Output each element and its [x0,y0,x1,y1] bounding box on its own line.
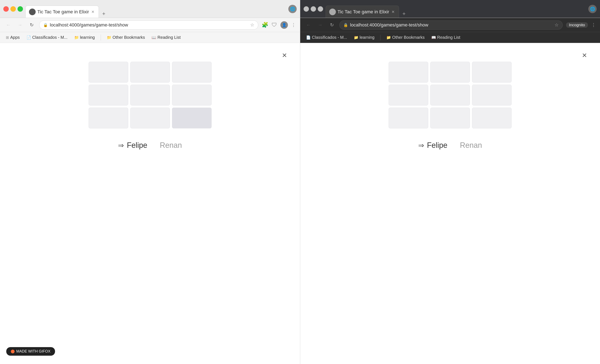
other-bookmarks-icon-left: 📁 [107,35,111,40]
maximize-traffic-light-right[interactable] [318,6,323,12]
bookmark-other-label-right: Other Bookmarks [392,35,425,40]
ttt-cell-1-right[interactable] [430,62,470,83]
bookmark-reading-right[interactable]: 📖 Reading List [430,34,462,41]
tab-close-right[interactable]: ✕ [391,9,395,14]
lock-icon-right: 🔒 [343,23,348,27]
ttt-cell-8-left[interactable] [172,108,212,128]
tab-favicon-left [29,9,36,15]
bookmark-other-left[interactable]: 📁 Other Bookmarks [105,34,147,41]
bookmark-reading-label-right: Reading List [437,35,460,40]
bookmark-star-right[interactable]: ☆ [554,22,559,28]
bookmark-learning[interactable]: 📁 learning [73,34,96,41]
lock-icon-left: 🔒 [43,23,48,27]
ttt-cell-8-right[interactable] [472,108,512,128]
traffic-lights-right [304,6,323,12]
maximize-traffic-light[interactable] [18,6,23,12]
avatar-left[interactable]: 👤 [281,21,288,29]
incognito-badge: Incognito [566,22,588,28]
learning-icon-right: 📁 [354,35,358,40]
address-field-left[interactable]: 🔒 localhost:4000/games/game-test/show ☆ [39,20,258,30]
title-bar-right: Tic Tac Toe game in Elixir ✕ + 🌐 [300,0,600,18]
close-traffic-light[interactable] [3,6,9,12]
page-close-button-left[interactable]: ✕ [279,50,290,60]
current-player-left: ⇒ Felipe [118,141,147,150]
ttt-cell-2-right[interactable] [472,62,512,83]
page-close-button-right[interactable]: ✕ [579,50,590,60]
refresh-button-left[interactable]: ↻ [28,21,36,29]
classificados-icon-right: 📄 [306,35,311,40]
bookmark-learning-right[interactable]: 📁 learning [352,34,376,41]
ttt-cell-7-left[interactable] [130,108,170,128]
refresh-button-right[interactable]: ↻ [328,21,336,29]
ttt-cell-5-right[interactable] [472,85,512,105]
address-bar-right: ← → ↻ 🔒 localhost:4000/games/game-test/s… [300,18,600,32]
ttt-cell-6-left[interactable] [89,108,128,128]
forward-button-left[interactable]: → [16,21,24,29]
globe-right-icon-right: 🌐 [588,5,597,13]
bookmark-other-right[interactable]: 📁 Other Bookmarks [385,34,426,41]
ttt-grid-left [89,62,212,128]
traffic-lights-left [3,6,23,12]
game-area-left: ⇒ Felipe Renan [0,43,300,364]
ttt-cell-0-right[interactable] [389,62,428,83]
bookmark-reading-label-left: Reading List [157,35,180,40]
bookmark-apps[interactable]: ⊞ Apps [4,34,21,41]
gifox-badge: MADE WITH GIFOX [6,347,55,356]
bookmark-classificados[interactable]: 📄 Classificados - M... [25,34,69,41]
menu-icon-left[interactable]: ⋮ [291,22,296,28]
tab-bar-left: Tic Tac Toe game in Elixir ✕ + [25,0,286,18]
bookmark-classificados-right[interactable]: 📄 Classificados - M... [304,34,349,41]
back-button-left[interactable]: ← [4,21,12,29]
gifox-label: MADE WITH GIFOX [16,349,50,354]
bookmark-apps-label: Apps [10,35,20,40]
ttt-cell-3-left[interactable] [89,85,128,105]
ttt-cell-0-left[interactable] [89,62,128,83]
current-player-arrow-left: ⇒ [118,141,124,149]
bookmarks-bar-left: ⊞ Apps 📄 Classificados - M... 📁 learning… [0,32,300,43]
reading-list-icon-right: 📖 [431,35,436,40]
active-tab-right[interactable]: Tic Tac Toe game in Elixir ✕ [326,6,399,18]
tab-title-left: Tic Tac Toe game in Elixir [37,9,89,15]
other-bookmarks-icon-right: 📁 [386,35,391,40]
ttt-cell-5-left[interactable] [172,85,212,105]
minimize-traffic-light[interactable] [10,6,16,12]
ttt-grid-right [389,62,512,128]
shields-icon-left[interactable]: 🛡 [272,22,277,28]
extension-icon-left[interactable]: 🧩 [262,22,268,28]
tab-title-right: Tic Tac Toe game in Elixir [338,9,389,15]
ttt-cell-6-right[interactable] [389,108,428,128]
bookmarks-bar-right: 📄 Classificados - M... 📁 learning 📁 Othe… [300,32,600,43]
bookmark-reading-left[interactable]: 📖 Reading List [150,34,182,41]
bookmark-star-left[interactable]: ☆ [250,22,254,28]
ttt-cell-4-right[interactable] [430,85,470,105]
classificados-icon: 📄 [27,35,31,40]
url-text-right: localhost:4000/games/game-test/show [350,22,553,28]
ttt-cell-3-right[interactable] [389,85,428,105]
current-player-name-left: Felipe [127,141,147,150]
tab-close-left[interactable]: ✕ [91,9,95,14]
new-tab-button-left[interactable]: + [100,9,108,18]
address-field-right[interactable]: 🔒 localhost:4000/games/game-test/show ☆ [339,20,563,30]
close-traffic-light-right[interactable] [304,6,309,12]
bookmark-other-label-left: Other Bookmarks [112,35,145,40]
address-bar-left: ← → ↻ 🔒 localhost:4000/games/game-test/s… [0,18,300,32]
minimize-traffic-light-right[interactable] [311,6,316,12]
forward-button-right[interactable]: → [316,21,324,29]
current-player-right: ⇒ Felipe [418,141,447,150]
new-tab-button-right[interactable]: + [400,9,408,18]
players-row-right: ⇒ Felipe Renan [418,141,482,150]
page-content-right: ✕ ⇒ Felipe Renan [300,43,600,364]
title-bar-left: Tic Tac Toe game in Elixir ✕ + 🌐 [0,0,300,18]
learning-icon: 📁 [74,35,79,40]
ttt-cell-4-left[interactable] [130,85,170,105]
ttt-cell-1-left[interactable] [130,62,170,83]
ttt-cell-2-left[interactable] [172,62,212,83]
left-browser-window: Tic Tac Toe game in Elixir ✕ + 🌐 ← → ↻ 🔒… [0,0,300,364]
apps-icon: ⊞ [6,35,9,40]
other-player-name-right: Renan [460,141,482,150]
active-tab-left[interactable]: Tic Tac Toe game in Elixir ✕ [25,6,99,18]
back-button-right[interactable]: ← [304,21,313,29]
right-browser-window: Tic Tac Toe game in Elixir ✕ + 🌐 ← → ↻ 🔒… [300,0,600,364]
ttt-cell-7-right[interactable] [430,108,470,128]
menu-icon-right[interactable]: ⋮ [591,22,596,28]
